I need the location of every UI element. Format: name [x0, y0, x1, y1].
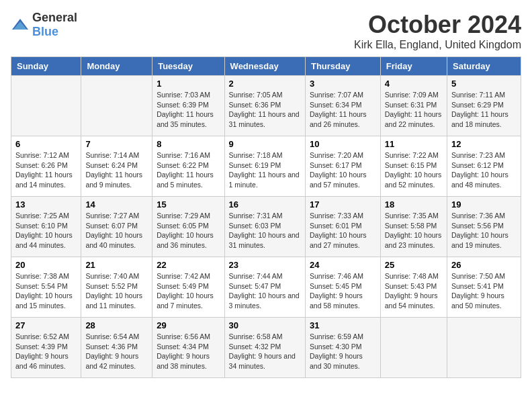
calendar-cell: 18 Sunrise: 7:35 AMSunset: 5:58 PMDaylig… [380, 197, 447, 257]
day-info: Sunrise: 6:52 AMSunset: 4:39 PMDaylight:… [15, 332, 77, 371]
calendar-cell: 3 Sunrise: 7:07 AMSunset: 6:34 PMDayligh… [305, 76, 380, 136]
day-number: 2 [229, 79, 301, 89]
day-number: 20 [15, 260, 77, 270]
calendar-cell: 9 Sunrise: 7:18 AMSunset: 6:19 PMDayligh… [224, 136, 305, 197]
calendar-table: Sunday Monday Tuesday Wednesday Thursday… [11, 56, 521, 378]
calendar-cell: 14 Sunrise: 7:27 AMSunset: 6:07 PMDaylig… [81, 197, 152, 257]
day-number: 29 [157, 320, 220, 330]
header-monday: Monday [81, 57, 152, 76]
day-number: 31 [310, 320, 376, 330]
day-number: 18 [385, 199, 443, 210]
calendar-cell [380, 318, 447, 378]
header-friday: Friday [380, 57, 447, 76]
logo-icon [11, 17, 30, 32]
day-info: Sunrise: 7:46 AMSunset: 5:45 PMDaylight:… [310, 271, 376, 311]
day-number: 24 [310, 260, 376, 270]
day-info: Sunrise: 6:54 AMSunset: 4:36 PMDaylight:… [85, 332, 148, 371]
day-number: 13 [15, 199, 77, 210]
day-info: Sunrise: 7:27 AMSunset: 6:07 PMDaylight:… [85, 211, 148, 250]
logo: General Blue [11, 11, 77, 39]
calendar-cell: 24 Sunrise: 7:46 AMSunset: 5:45 PMDaylig… [305, 257, 380, 318]
day-info: Sunrise: 7:20 AMSunset: 6:17 PMDaylight:… [310, 150, 376, 190]
day-info: Sunrise: 7:50 AMSunset: 5:41 PMDaylight:… [451, 271, 517, 311]
day-info: Sunrise: 7:48 AMSunset: 5:43 PMDaylight:… [385, 271, 443, 311]
day-info: Sunrise: 7:23 AMSunset: 6:12 PMDaylight:… [451, 150, 517, 190]
day-info: Sunrise: 7:36 AMSunset: 5:56 PMDaylight:… [451, 211, 517, 250]
day-number: 28 [85, 320, 148, 330]
calendar-cell: 30 Sunrise: 6:58 AMSunset: 4:32 PMDaylig… [224, 318, 305, 378]
day-info: Sunrise: 7:16 AMSunset: 6:22 PMDaylight:… [157, 150, 220, 190]
header-sunday: Sunday [11, 57, 81, 76]
day-number: 26 [451, 260, 517, 270]
day-number: 1 [157, 79, 220, 89]
day-number: 12 [451, 139, 517, 149]
day-number: 4 [385, 79, 443, 89]
calendar-week-row: 1 Sunrise: 7:03 AMSunset: 6:39 PMDayligh… [11, 76, 521, 136]
day-info: Sunrise: 7:12 AMSunset: 6:26 PMDaylight:… [15, 150, 77, 190]
day-info: Sunrise: 7:42 AMSunset: 5:49 PMDaylight:… [157, 271, 220, 311]
month-title: October 2024 [354, 11, 521, 39]
calendar-cell: 7 Sunrise: 7:14 AMSunset: 6:24 PMDayligh… [81, 136, 152, 197]
calendar-cell: 27 Sunrise: 6:52 AMSunset: 4:39 PMDaylig… [11, 318, 81, 378]
calendar-cell: 20 Sunrise: 7:38 AMSunset: 5:54 PMDaylig… [11, 257, 81, 318]
calendar-cell: 8 Sunrise: 7:16 AMSunset: 6:22 PMDayligh… [152, 136, 224, 197]
calendar-cell: 1 Sunrise: 7:03 AMSunset: 6:39 PMDayligh… [152, 76, 224, 136]
day-number: 5 [451, 79, 517, 89]
day-info: Sunrise: 6:58 AMSunset: 4:32 PMDaylight:… [229, 332, 301, 371]
header-thursday: Thursday [305, 57, 380, 76]
calendar-week-row: 6 Sunrise: 7:12 AMSunset: 6:26 PMDayligh… [11, 136, 521, 197]
header-wednesday: Wednesday [224, 57, 305, 76]
page-header: General Blue October 2024 Kirk Ella, Eng… [11, 11, 521, 51]
calendar-cell [81, 76, 152, 136]
calendar-cell: 28 Sunrise: 6:54 AMSunset: 4:36 PMDaylig… [81, 318, 152, 378]
calendar-cell: 16 Sunrise: 7:31 AMSunset: 6:03 PMDaylig… [224, 197, 305, 257]
calendar-cell: 4 Sunrise: 7:09 AMSunset: 6:31 PMDayligh… [380, 76, 447, 136]
day-info: Sunrise: 7:38 AMSunset: 5:54 PMDaylight:… [15, 271, 77, 311]
calendar-cell: 29 Sunrise: 6:56 AMSunset: 4:34 PMDaylig… [152, 318, 224, 378]
calendar-week-row: 20 Sunrise: 7:38 AMSunset: 5:54 PMDaylig… [11, 257, 521, 318]
day-info: Sunrise: 7:44 AMSunset: 5:47 PMDaylight:… [229, 271, 301, 311]
calendar-cell: 31 Sunrise: 6:59 AMSunset: 4:30 PMDaylig… [305, 318, 380, 378]
day-info: Sunrise: 7:03 AMSunset: 6:39 PMDaylight:… [157, 90, 220, 130]
calendar-cell: 13 Sunrise: 7:25 AMSunset: 6:10 PMDaylig… [11, 197, 81, 257]
calendar-cell: 2 Sunrise: 7:05 AMSunset: 6:36 PMDayligh… [224, 76, 305, 136]
day-number: 27 [15, 320, 77, 330]
day-info: Sunrise: 7:25 AMSunset: 6:10 PMDaylight:… [15, 211, 77, 250]
day-number: 19 [451, 199, 517, 210]
day-number: 21 [85, 260, 148, 270]
day-info: Sunrise: 6:59 AMSunset: 4:30 PMDaylight:… [310, 332, 376, 371]
day-number: 10 [310, 139, 376, 149]
calendar-week-row: 27 Sunrise: 6:52 AMSunset: 4:39 PMDaylig… [11, 318, 521, 378]
day-number: 17 [310, 199, 376, 210]
calendar-cell: 19 Sunrise: 7:36 AMSunset: 5:56 PMDaylig… [447, 197, 521, 257]
day-number: 3 [310, 79, 376, 89]
day-number: 9 [229, 139, 301, 149]
calendar-cell: 25 Sunrise: 7:48 AMSunset: 5:43 PMDaylig… [380, 257, 447, 318]
calendar-cell: 23 Sunrise: 7:44 AMSunset: 5:47 PMDaylig… [224, 257, 305, 318]
calendar-cell: 12 Sunrise: 7:23 AMSunset: 6:12 PMDaylig… [447, 136, 521, 197]
day-info: Sunrise: 7:11 AMSunset: 6:29 PMDaylight:… [451, 90, 517, 130]
day-info: Sunrise: 6:56 AMSunset: 4:34 PMDaylight:… [157, 332, 220, 371]
day-number: 22 [157, 260, 220, 270]
day-number: 25 [385, 260, 443, 270]
logo-general: General [32, 11, 77, 24]
calendar-week-row: 13 Sunrise: 7:25 AMSunset: 6:10 PMDaylig… [11, 197, 521, 257]
logo-blue: Blue [32, 25, 58, 38]
day-info: Sunrise: 7:22 AMSunset: 6:15 PMDaylight:… [385, 150, 443, 190]
calendar-cell: 17 Sunrise: 7:33 AMSunset: 6:01 PMDaylig… [305, 197, 380, 257]
calendar-cell [11, 76, 81, 136]
day-number: 14 [85, 199, 148, 210]
day-info: Sunrise: 7:40 AMSunset: 5:52 PMDaylight:… [85, 271, 148, 311]
calendar-cell: 21 Sunrise: 7:40 AMSunset: 5:52 PMDaylig… [81, 257, 152, 318]
title-area: October 2024 Kirk Ella, England, United … [354, 11, 521, 51]
location: Kirk Ella, England, United Kingdom [354, 39, 521, 51]
calendar-header-row: Sunday Monday Tuesday Wednesday Thursday… [11, 57, 521, 76]
logo-text: General Blue [32, 11, 77, 39]
day-number: 23 [229, 260, 301, 270]
calendar-cell: 15 Sunrise: 7:29 AMSunset: 6:05 PMDaylig… [152, 197, 224, 257]
day-number: 8 [157, 139, 220, 149]
day-number: 11 [385, 139, 443, 149]
calendar-cell [447, 318, 521, 378]
day-info: Sunrise: 7:33 AMSunset: 6:01 PMDaylight:… [310, 211, 376, 250]
day-info: Sunrise: 7:18 AMSunset: 6:19 PMDaylight:… [229, 150, 301, 190]
